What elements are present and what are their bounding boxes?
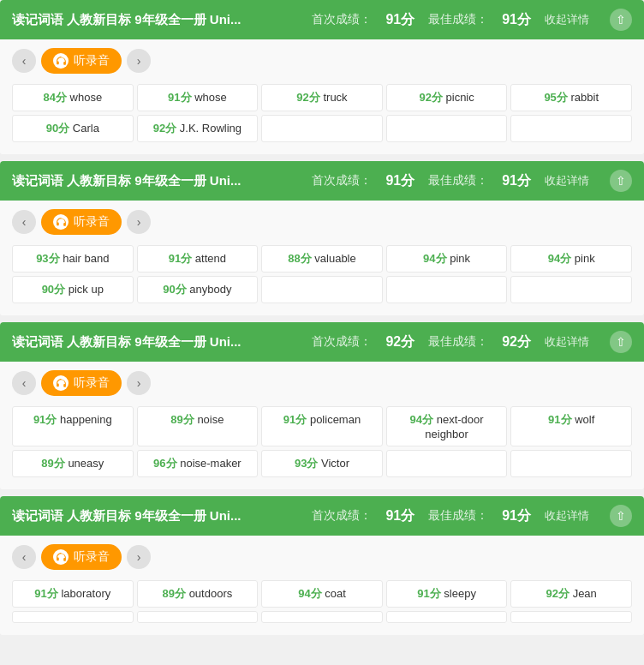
word-cell: 89分 uneasy [12,450,134,477]
words-grid: 91分 happening89分 noise91分 policeman94分 n… [12,406,632,477]
next-button[interactable]: › [127,545,151,569]
word-cell [386,611,508,623]
word-cell [386,450,508,477]
prev-button[interactable]: ‹ [12,49,36,73]
card-header: 读记词语 人教新目标 9年级全一册 Uni...首次成绩：92分最佳成绩：92分… [0,322,644,362]
word-cell: 92分 truck [261,84,383,111]
word-cell: 94分 pink [386,245,508,273]
word-score: 89分 [41,457,64,470]
word-text: pink [450,252,470,265]
word-text: Jean [573,587,597,600]
word-cell: 91分 laboratory [12,580,134,608]
collapse-button[interactable]: ⇧ [610,505,632,527]
best-score-label: 最佳成绩： [428,334,488,350]
word-text: anybody [189,283,231,296]
word-text: uneasy [68,457,104,470]
word-score: 91分 [169,252,192,265]
word-cell: 96分 noise-maker [137,450,259,477]
next-button[interactable]: › [127,49,151,73]
word-cell: 91分 sleepy [386,580,508,608]
audio-label: 听录音 [74,549,110,565]
word-score: 90分 [42,283,65,296]
word-cell: 91分 attend [137,245,259,273]
word-score: 91分 [548,413,571,426]
word-cell: 91分 whose [137,84,259,111]
collapse-label: 收起详情 [545,334,589,350]
word-cell: 91分 wolf [510,406,632,446]
word-score: 91分 [168,91,191,104]
word-text: rabbit [570,91,599,104]
headphone-icon [53,53,69,69]
audio-label: 听录音 [74,53,110,69]
card-title: 读记词语 人教新目标 9年级全一册 Uni... [12,334,242,350]
word-text: pink [575,252,595,265]
best-score-label: 最佳成绩： [428,508,488,524]
audio-label: 听录音 [74,214,110,230]
audio-play-button[interactable]: 听录音 [41,48,122,74]
prev-button[interactable]: ‹ [12,545,36,569]
word-text: pick up [69,283,104,296]
audio-controls: ‹听录音› [12,48,632,74]
next-button[interactable]: › [127,371,151,395]
word-text: J.K. Rowling [180,122,242,135]
first-score-label: 首次成绩： [312,334,372,350]
collapse-button[interactable]: ⇧ [610,170,632,192]
best-score-value: 92分 [502,333,531,351]
word-cell: 94分 coat [261,580,383,608]
word-score: 92分 [546,587,569,600]
words-grid: 84分 whose91分 whose92分 truck92分 picnic95分… [12,84,632,142]
word-cell: 88分 valuable [261,245,383,273]
best-score-value: 91分 [502,11,531,29]
word-score: 92分 [296,91,319,104]
word-cell [510,611,632,623]
audio-play-button[interactable]: 听录音 [41,209,122,235]
first-score-label: 首次成绩： [312,12,372,27]
best-score-value: 91分 [502,172,531,190]
collapse-button[interactable]: ⇧ [610,331,632,353]
word-text: next-door neighbor [425,413,483,440]
audio-controls: ‹听录音› [12,370,632,396]
card-header: 读记词语 人教新目标 9年级全一册 Uni...首次成绩：91分最佳成绩：91分… [0,496,644,536]
prev-button[interactable]: ‹ [12,210,36,234]
card-body: ‹听录音›84分 whose91分 whose92分 truck92分 picn… [0,39,644,154]
card-header: 读记词语 人教新目标 9年级全一册 Uni...首次成绩：91分最佳成绩：91分… [0,161,644,201]
collapse-button[interactable]: ⇧ [610,9,632,31]
card-stats: 首次成绩：92分最佳成绩：92分收起详情⇧ [312,331,632,353]
word-text: whose [194,91,227,104]
word-cell: 93分 Victor [261,450,383,477]
collapse-label: 收起详情 [545,508,589,524]
word-text: noise-maker [180,457,242,470]
card-stats: 首次成绩：91分最佳成绩：91分收起详情⇧ [312,9,632,31]
card-stats: 首次成绩：91分最佳成绩：91分收起详情⇧ [312,170,632,192]
word-score: 89分 [170,413,194,426]
word-cell [12,611,134,623]
headphone-icon [53,214,69,230]
first-score-value: 91分 [385,507,414,525]
word-score: 91分 [417,587,440,600]
card-1: 读记词语 人教新目标 9年级全一册 Uni...首次成绩：91分最佳成绩：91分… [0,161,644,315]
prev-button[interactable]: ‹ [12,371,36,395]
word-text: sleepy [444,587,476,600]
words-grid: 93分 hair band91分 attend88分 valuable94分 p… [12,245,632,303]
audio-play-button[interactable]: 听录音 [41,370,122,396]
word-cell: 90分 pick up [12,276,134,303]
audio-controls: ‹听录音› [12,544,632,570]
word-cell: 91分 policeman [261,406,383,446]
word-text: policeman [310,413,361,426]
card-3: 读记词语 人教新目标 9年级全一册 Uni...首次成绩：91分最佳成绩：91分… [0,496,644,635]
card-stats: 首次成绩：91分最佳成绩：91分收起详情⇧ [312,505,632,527]
word-text: whose [70,91,103,104]
word-score: 94分 [548,252,571,265]
card-body: ‹听录音›93分 hair band91分 attend88分 valuable… [0,201,644,315]
word-text: happening [60,413,112,426]
audio-play-button[interactable]: 听录音 [41,544,122,570]
word-text: noise [197,413,224,426]
word-cell: 94分 next-door neighbor [386,406,508,446]
next-button[interactable]: › [127,210,151,234]
word-text: laboratory [61,587,110,600]
word-text: coat [325,587,346,600]
word-score: 91分 [33,413,57,426]
word-cell [386,115,508,142]
words-grid: 91分 laboratory89分 outdoors94分 coat91分 sl… [12,580,632,623]
word-score: 96分 [153,457,176,470]
